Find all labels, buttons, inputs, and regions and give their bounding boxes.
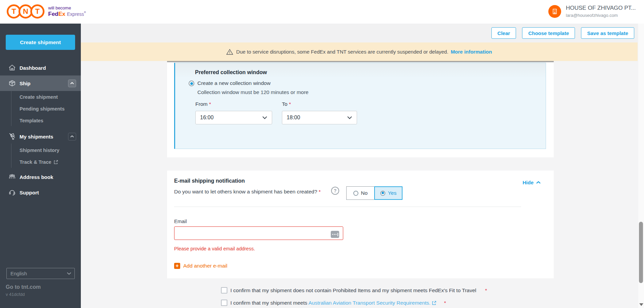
required-asterisk: * bbox=[319, 189, 321, 194]
confirmation-row-prohibited-items: I confirm that my shipment does not cont… bbox=[221, 287, 487, 294]
page-scrollbar bbox=[638, 24, 644, 308]
collection-window-hint: Collection window must be 120 minutes or… bbox=[197, 89, 309, 95]
tnt-fedex-logo: T N T will become FedEx Express® bbox=[7, 4, 86, 19]
email-input[interactable] bbox=[174, 226, 343, 240]
chevron-up-icon bbox=[536, 181, 541, 184]
warning-triangle-icon bbox=[226, 49, 233, 55]
sidebar-item-label: Address book bbox=[20, 174, 53, 180]
banner-message: Due to service disruptions, some FedEx a… bbox=[236, 49, 448, 55]
chevron-up-icon bbox=[70, 82, 74, 85]
sidebar-item-pending-shipments[interactable]: Pending shipments bbox=[0, 103, 81, 115]
go-to-tnt-link[interactable]: Go to tnt.com bbox=[6, 284, 41, 290]
notification-no-option[interactable]: No bbox=[346, 186, 375, 200]
new-collection-window-radio[interactable] bbox=[189, 81, 194, 86]
sidebar-item-label: Dashboard bbox=[20, 65, 46, 71]
scrollbar-thumb[interactable] bbox=[639, 222, 643, 283]
account-email: lara@houseofzhivago.com bbox=[566, 13, 636, 18]
sidebar-item-label: Ship bbox=[20, 81, 31, 86]
external-link-icon bbox=[432, 301, 437, 305]
confirmation-row-aviation-security: I confirm that my shipment meets Austral… bbox=[221, 300, 446, 306]
package-icon bbox=[8, 79, 16, 87]
headset-icon bbox=[8, 188, 16, 196]
to-time-select[interactable]: 18:00 bbox=[282, 111, 357, 124]
collection-window-panel: Preferred collection window Create a new… bbox=[174, 63, 546, 149]
aviation-security-checkbox[interactable] bbox=[221, 300, 227, 306]
scrollbar-down-arrow[interactable] bbox=[639, 303, 643, 306]
fedex-fed: Fed bbox=[48, 11, 58, 17]
account-name: HOUSE OF ZHIVAGO PT... bbox=[566, 5, 636, 11]
sidebar-item-track-and-trace[interactable]: Track & Trace bbox=[0, 156, 81, 168]
autofill-icon[interactable] bbox=[331, 231, 339, 238]
email-error-message: Please provide a valid email address. bbox=[174, 246, 255, 251]
sidebar-item-shipment-history[interactable]: Shipment history bbox=[0, 144, 81, 156]
plus-icon: + bbox=[174, 263, 180, 269]
chevron-up-icon bbox=[70, 135, 74, 138]
chevron-down-icon bbox=[347, 116, 352, 119]
service-disruption-banner: Due to service disruptions, some FedEx a… bbox=[81, 42, 638, 61]
no-radio bbox=[353, 191, 358, 196]
collection-window-card: Preferred collection window Create a new… bbox=[167, 61, 554, 157]
clear-button[interactable]: Clear bbox=[491, 27, 516, 39]
app-root: T N T will become FedEx Express® bbox=[0, 0, 644, 308]
collapse-my-shipments-button[interactable] bbox=[68, 133, 76, 141]
from-time-select[interactable]: 16:00 bbox=[195, 111, 272, 124]
to-label: To * bbox=[282, 101, 291, 107]
collapse-ship-button[interactable] bbox=[68, 80, 76, 87]
main-content: Preferred collection window Create a new… bbox=[81, 61, 638, 308]
sidebar-item-support[interactable]: Support bbox=[0, 185, 81, 200]
fedex-express: Express bbox=[67, 11, 84, 17]
account-avatar bbox=[548, 5, 561, 18]
prohibited-items-checkbox[interactable] bbox=[221, 287, 227, 294]
aviation-security-link[interactable]: Australian Aviation Transport Security R… bbox=[309, 300, 430, 306]
sidebar-item-ship[interactable]: Ship bbox=[0, 75, 81, 91]
fedex-wordmark: will become FedEx Express® bbox=[48, 4, 86, 18]
choose-template-button[interactable]: Choose template bbox=[522, 27, 575, 39]
tnt-logo-letter: T bbox=[30, 4, 44, 19]
sidebar-item-create-shipment[interactable]: Create shipment bbox=[0, 91, 81, 103]
more-information-link[interactable]: More information bbox=[451, 49, 492, 55]
card-top-edge bbox=[167, 61, 554, 62]
notification-toggle: No Yes bbox=[346, 186, 402, 200]
create-shipment-button[interactable]: Create shipment bbox=[6, 35, 75, 50]
home-icon bbox=[8, 64, 16, 72]
language-selected-value: English bbox=[10, 271, 27, 276]
fedex-ex: Ex bbox=[58, 11, 65, 17]
account-menu[interactable]: HOUSE OF ZHIVAGO PT... lara@houseofzhiva… bbox=[548, 5, 636, 18]
notification-question: Do you want to let others know a shipmen… bbox=[174, 189, 321, 195]
save-as-template-button[interactable]: Save as template bbox=[581, 27, 634, 39]
required-asterisk: * bbox=[289, 101, 291, 107]
email-notification-title: E-mail shipping notification bbox=[174, 178, 245, 184]
fedex-reg-mark: ® bbox=[84, 11, 86, 14]
sidebar-item-address-book[interactable]: Address book bbox=[0, 169, 81, 185]
building-icon bbox=[551, 8, 558, 15]
trolley-icon bbox=[8, 132, 16, 141]
help-icon[interactable]: ? bbox=[331, 187, 339, 195]
tnt-logo: T N T bbox=[7, 4, 42, 19]
sidebar-item-templates[interactable]: Templates bbox=[0, 115, 81, 127]
sidebar-item-my-shipments[interactable]: My shipments bbox=[0, 129, 81, 144]
required-asterisk: * bbox=[444, 300, 446, 306]
people-icon bbox=[8, 173, 16, 181]
template-toolbar: Clear Choose template Save as template bbox=[81, 24, 638, 42]
required-asterisk: * bbox=[485, 287, 487, 294]
sidebar-item-label: Support bbox=[20, 190, 39, 195]
new-collection-window-label: Create a new collection window bbox=[197, 80, 270, 86]
email-notification-card: E-mail shipping notification Do you want… bbox=[167, 171, 554, 278]
required-asterisk: * bbox=[209, 101, 211, 107]
language-select[interactable]: English bbox=[6, 268, 75, 279]
add-another-email-link[interactable]: + Add another e-mail bbox=[174, 263, 227, 269]
yes-radio bbox=[380, 191, 385, 196]
collection-window-title: Preferred collection window bbox=[195, 69, 267, 75]
chevron-down-icon bbox=[262, 116, 267, 119]
hide-section-link[interactable]: Hide bbox=[522, 180, 541, 185]
notification-yes-option[interactable]: Yes bbox=[374, 186, 402, 200]
to-time-value: 18:00 bbox=[287, 115, 300, 121]
email-label: Email bbox=[174, 218, 187, 224]
chevron-down-icon bbox=[67, 272, 71, 275]
top-bar: T N T will become FedEx Express® bbox=[0, 0, 644, 24]
sidebar-item-dashboard[interactable]: Dashboard bbox=[0, 60, 81, 75]
will-become-text: will become bbox=[48, 5, 86, 10]
from-label: From * bbox=[195, 101, 211, 107]
confirmation-text: I confirm that my shipment meets Austral… bbox=[230, 300, 437, 306]
confirmation-text: I confirm that my shipment does not cont… bbox=[230, 287, 476, 294]
